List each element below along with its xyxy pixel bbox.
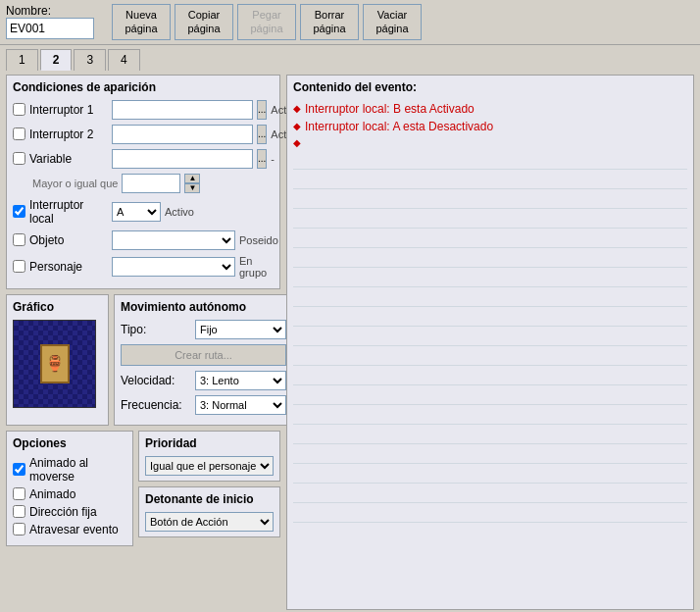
interruptor1-input[interactable]: [112, 100, 253, 120]
personaje-label: Personaje: [29, 260, 108, 274]
empty-row: [293, 189, 687, 209]
interruptor1-label: Interruptor 1: [29, 103, 108, 117]
mayor-down[interactable]: ▼: [184, 183, 200, 193]
bottom-sections: Gráfico 🏺 Movimiento autónomo Tipo: Fijo…: [6, 294, 280, 426]
tab-4[interactable]: 4: [108, 49, 140, 71]
event-item-0[interactable]: ◆ Interruptor local: B esta Activado: [293, 100, 687, 118]
copiar-pagina-button[interactable]: Copiarpágina: [175, 4, 233, 40]
mayor-up[interactable]: ▲: [184, 174, 200, 183]
mayor-label: Mayor o igual que: [32, 178, 118, 189]
crear-ruta-button[interactable]: Crear ruta...: [121, 344, 286, 366]
variable-ellipsis[interactable]: ...: [257, 149, 267, 169]
interruptor-local-checkbox[interactable]: [13, 205, 25, 218]
contenido-title: Contenido del evento:: [293, 80, 687, 94]
interruptor-local-select[interactable]: A B C D: [112, 202, 161, 222]
opt-direccion-fija-cb[interactable]: [13, 505, 25, 518]
interruptor2-label: Interruptor 2: [29, 128, 108, 141]
detonante-title: Detonante de inicio: [145, 492, 274, 506]
empty-row: [293, 385, 687, 405]
grafico-sprite: 🏺: [40, 344, 70, 383]
mayor-row: Mayor o igual que ▲ ▼: [32, 174, 274, 193]
interruptor2-input[interactable]: [112, 125, 253, 144]
objeto-row: Objeto Poseido: [13, 230, 274, 250]
prioridad-title: Prioridad: [145, 436, 274, 450]
event-item-1[interactable]: ◆ Interruptor local: A esta Desactivado: [293, 118, 687, 135]
nombre-label: Nombre:: [6, 4, 94, 18]
nueva-pagina-button[interactable]: Nuevapágina: [112, 4, 171, 40]
objeto-checkbox[interactable]: [13, 233, 25, 246]
variable-checkbox[interactable]: [13, 152, 25, 165]
opciones-title: Opciones: [13, 436, 126, 450]
tipo-select[interactable]: Fijo Aleatorio Acercarse Alejarse Person…: [195, 320, 286, 339]
empty-row: [293, 229, 687, 248]
opt-animado-cb[interactable]: [13, 487, 25, 500]
empty-rows: [293, 150, 687, 523]
left-panel: Condiciones de aparición Interruptor 1 .…: [6, 75, 280, 610]
variable-label: Variable: [29, 152, 108, 166]
grafico-image[interactable]: 🏺: [13, 320, 96, 408]
velocidad-row: Velocidad: 1: Muy Lento 2: Lento 3: Lent…: [121, 371, 286, 390]
personaje-row: Personaje En grupo: [13, 255, 274, 279]
interruptor1-ellipsis[interactable]: ...: [257, 100, 267, 120]
interruptor1-checkbox[interactable]: [13, 103, 25, 116]
detonante-section: Detonante de inicio Botón de Acción Al c…: [138, 486, 280, 537]
personaje-select[interactable]: [112, 257, 235, 277]
variable-dash: -: [271, 153, 275, 165]
personaje-checkbox[interactable]: [13, 260, 25, 273]
empty-row: [293, 464, 687, 484]
personaje-en-grupo: En grupo: [239, 255, 274, 279]
empty-row: [293, 248, 687, 268]
diamond-0: ◆: [293, 103, 301, 114]
frecuencia-row: Frecuencia: 1: Mínima 2: Baja 3: Normal …: [121, 395, 286, 415]
empty-row: [293, 307, 687, 327]
empty-row: [293, 484, 687, 503]
tab-1[interactable]: 1: [6, 49, 38, 71]
detonante-select[interactable]: Botón de Acción Al contacto del jugador …: [145, 512, 274, 532]
variable-input[interactable]: [112, 149, 253, 169]
event-list: ◆ Interruptor local: B esta Activado ◆ I…: [293, 100, 687, 150]
pegar-pagina-button[interactable]: Pegarpágina: [237, 4, 296, 40]
opt-direccion-fija: Dirección fija: [13, 505, 126, 519]
tipo-label: Tipo:: [121, 323, 189, 336]
opt-animado-moverse-label: Animado al moverse: [29, 456, 126, 484]
frecuencia-select[interactable]: 1: Mínima 2: Baja 3: Normal 4: Alta 5: M…: [195, 395, 286, 415]
empty-row: [293, 444, 687, 464]
top-buttons: Nuevapágina Copiarpágina Pegarpágina Bor…: [112, 4, 422, 40]
tab-2[interactable]: 2: [40, 49, 73, 71]
condiciones-section: Condiciones de aparición Interruptor 1 .…: [6, 75, 280, 289]
movimiento-section: Movimiento autónomo Tipo: Fijo Aleatorio…: [114, 294, 293, 426]
interruptor-local-row: Interruptor local A B C D Activo: [13, 198, 274, 226]
interruptor2-ellipsis[interactable]: ...: [257, 125, 267, 144]
opt-animado-label: Animado: [29, 487, 75, 501]
opt-animado-moverse-cb[interactable]: [13, 463, 25, 476]
empty-row: [293, 287, 687, 307]
event-item-2[interactable]: ◆: [293, 135, 687, 150]
main-area: Condiciones de aparición Interruptor 1 .…: [0, 71, 700, 612]
opciones-section: Opciones Animado al moverse Animado Dire…: [6, 431, 133, 546]
top-bar: Nombre: Nuevapágina Copiarpágina Pegarpá…: [0, 0, 700, 45]
tab-3[interactable]: 3: [74, 49, 106, 71]
velocidad-label: Velocidad:: [121, 374, 189, 387]
opt-atravesar-evento-cb[interactable]: [13, 523, 25, 536]
event-text-0: Interruptor local: B esta Activado: [305, 102, 475, 116]
variable-row: Variable ... -: [13, 149, 274, 169]
nombre-group: Nombre:: [6, 4, 94, 39]
mayor-input[interactable]: [122, 174, 180, 193]
empty-row: [293, 425, 687, 444]
opt-atravesar-evento-label: Atravesar evento: [29, 523, 119, 536]
tipo-row: Tipo: Fijo Aleatorio Acercarse Alejarse …: [121, 320, 286, 339]
opt-animado: Animado: [13, 487, 126, 501]
objeto-select[interactable]: [112, 230, 235, 250]
opt-direccion-fija-label: Dirección fija: [29, 505, 97, 519]
nombre-input[interactable]: [6, 18, 94, 39]
grafico-section: Gráfico 🏺: [6, 294, 109, 426]
borrar-pagina-button[interactable]: Borrarpágina: [300, 4, 359, 40]
opt-atravesar-evento: Atravesar evento: [13, 523, 126, 536]
empty-row: [293, 268, 687, 287]
velocidad-select[interactable]: 1: Muy Lento 2: Lento 3: Lento 4: Normal…: [195, 371, 286, 390]
empty-row: [293, 405, 687, 425]
vaciar-pagina-button[interactable]: Vaciarpágina: [363, 4, 422, 40]
empty-row: [293, 346, 687, 366]
prioridad-select[interactable]: Debajo del personaje Igual que el person…: [145, 456, 274, 476]
interruptor2-checkbox[interactable]: [13, 128, 25, 140]
